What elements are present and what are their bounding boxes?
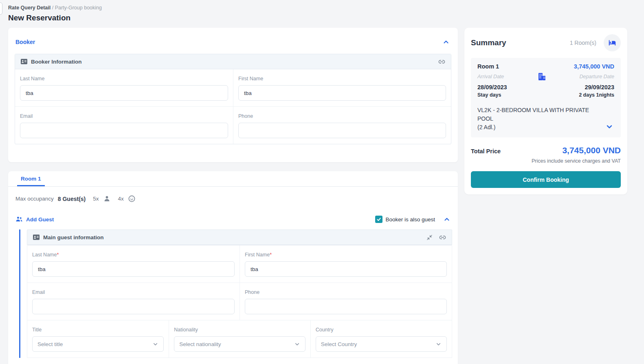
breadcrumb: Rate Query Detail / Party-Group booking xyxy=(8,4,458,11)
rooms-count: 1 Room(s) xyxy=(570,40,596,46)
country-select[interactable]: Select Country xyxy=(316,336,447,352)
contact-card-icon xyxy=(33,234,40,240)
guest-link-button[interactable] xyxy=(439,234,446,240)
guest-accent-bar xyxy=(19,229,20,358)
booker-last-name-input[interactable] xyxy=(20,85,228,101)
booker-section-title: Booker xyxy=(15,39,35,45)
guest-last-name-input[interactable] xyxy=(32,261,235,277)
rooms-card: Room 1 Max occupancy 8 Guest(s) 5x 4x xyxy=(8,171,458,364)
add-guest-label: Add Guest xyxy=(26,216,54,223)
max-occupancy-total: 8 Guest(s) xyxy=(58,196,86,202)
contact-card-icon xyxy=(21,59,27,64)
price-note: Prices include service charges and VAT xyxy=(471,158,621,164)
required-asterisk: * xyxy=(270,252,272,258)
adults-multiplier: 5x xyxy=(93,196,99,202)
booker-link-button[interactable] xyxy=(438,59,445,65)
departure-date-label: Departure Date xyxy=(580,74,614,79)
nationality-select[interactable]: Select nationality xyxy=(174,336,305,352)
guest-form-grid: Last Name* First Name* Email xyxy=(27,245,452,358)
title-select[interactable]: Select title xyxy=(32,336,164,352)
guest-last-name-cell: Last Name* xyxy=(27,245,240,282)
occupancy-row: Max occupancy 8 Guest(s) 5x 4x xyxy=(8,187,458,203)
chevron-down-icon xyxy=(152,341,158,347)
booker-email-label: Email xyxy=(20,113,228,119)
guest-last-name-label: Last Name* xyxy=(32,252,235,258)
sidebar-collapse-handle[interactable] xyxy=(0,2,2,15)
arrival-date-label: Arrival Date xyxy=(477,74,504,79)
main-guest-information-title: Main guest information xyxy=(43,234,104,240)
chevron-up-icon xyxy=(442,38,450,46)
guest-collapse-button[interactable] xyxy=(442,215,451,224)
booker-last-name-cell: Last Name xyxy=(15,69,233,106)
bed-icon xyxy=(604,34,621,51)
stay-days-value: 2 days 1nights xyxy=(579,92,614,98)
minimize-arrows-icon xyxy=(426,234,433,240)
booker-first-name-cell: First Name xyxy=(233,69,451,106)
summary-room-name: Room 1 xyxy=(477,63,499,70)
booker-information-box: Booker Information Last Name xyxy=(15,54,451,144)
summary-room-price: 3,745,000 VND xyxy=(574,63,614,70)
merge-guest-button[interactable] xyxy=(426,234,433,240)
booker-phone-cell: Phone xyxy=(233,106,451,144)
children-multiplier: 4x xyxy=(118,196,124,202)
breadcrumb-rate-query-detail[interactable]: Rate Query Detail xyxy=(8,5,51,11)
chevron-down-icon xyxy=(435,341,442,347)
page-title: New Reservation xyxy=(8,13,458,23)
guest-nationality-label: Nationality xyxy=(174,327,305,333)
guest-title-label: Title xyxy=(32,327,164,333)
arrival-date-value: 28/09/2023 xyxy=(477,84,507,90)
booker-is-also-guest-checkbox[interactable]: Booker is also guest xyxy=(375,216,435,223)
summary-room-card: Room 1 3,745,000 VND Arrival Date Depart… xyxy=(471,58,621,137)
add-guest-row: Add Guest Booker is also guest xyxy=(8,203,458,224)
main-guest-section: Main guest information xyxy=(19,229,458,358)
booker-last-name-label: Last Name xyxy=(20,76,228,82)
total-price-label: Total Price xyxy=(471,148,501,154)
tab-room-1[interactable]: Room 1 xyxy=(17,171,45,186)
link-icon xyxy=(439,234,446,240)
required-asterisk: * xyxy=(57,252,59,258)
booker-first-name-label: First Name xyxy=(238,76,446,82)
guest-title-cell: Title Select title xyxy=(27,320,169,357)
room-details-expand-button[interactable] xyxy=(604,122,614,132)
confirm-booking-button[interactable]: Confirm Booking xyxy=(471,171,621,188)
guest-phone-label: Phone xyxy=(245,289,447,295)
building-icon xyxy=(537,72,547,82)
guest-nationality-cell: Nationality Select nationality xyxy=(169,320,310,357)
guest-phone-cell: Phone xyxy=(240,282,452,320)
guest-country-cell: Country Select Country xyxy=(310,320,452,357)
child-face-icon xyxy=(128,195,136,203)
summary-title: Summary xyxy=(471,38,570,47)
booker-card: Booker Booker Information xyxy=(8,28,458,162)
total-price-value: 3,745,000 VND xyxy=(562,146,621,155)
person-icon xyxy=(103,195,111,203)
booker-email-cell: Email xyxy=(15,106,233,144)
stay-days-label: Stay days xyxy=(477,92,501,98)
max-occupancy-label: Max occupancy xyxy=(15,196,54,202)
people-icon xyxy=(15,216,23,223)
guest-first-name-label: First Name* xyxy=(245,252,447,258)
booker-first-name-input[interactable] xyxy=(238,85,446,101)
page: Rate Query Detail / Party-Group booking … xyxy=(0,0,644,364)
booker-phone-label: Phone xyxy=(238,113,446,119)
booker-is-also-guest-label: Booker is also guest xyxy=(385,216,435,223)
booker-collapse-button[interactable] xyxy=(442,38,451,46)
room-type-text: VL2K - 2-BEDROOM VILLA WITH PRIVATE POOL… xyxy=(477,106,604,132)
chevron-down-icon xyxy=(294,341,300,347)
chevron-up-icon xyxy=(443,216,451,223)
guest-country-label: Country xyxy=(316,327,447,333)
guest-phone-input[interactable] xyxy=(245,299,447,314)
add-guest-button[interactable]: Add Guest xyxy=(15,216,54,223)
guest-email-input[interactable] xyxy=(32,299,235,314)
departure-date-value: 29/09/2023 xyxy=(585,84,614,90)
guest-email-cell: Email xyxy=(27,282,240,320)
booker-information-title: Booker Information xyxy=(31,59,82,65)
chevron-down-icon xyxy=(605,123,613,131)
link-icon xyxy=(438,59,445,65)
guest-first-name-input[interactable] xyxy=(245,261,447,277)
check-icon xyxy=(375,216,382,223)
summary-card: Summary 1 Room(s) Room 1 3,745,000 VND A… xyxy=(464,28,627,194)
booker-email-input[interactable] xyxy=(20,123,228,138)
booker-phone-input[interactable] xyxy=(238,123,446,138)
guest-first-name-cell: First Name* xyxy=(240,245,452,282)
breadcrumb-current-page: Party-Group booking xyxy=(55,5,102,11)
